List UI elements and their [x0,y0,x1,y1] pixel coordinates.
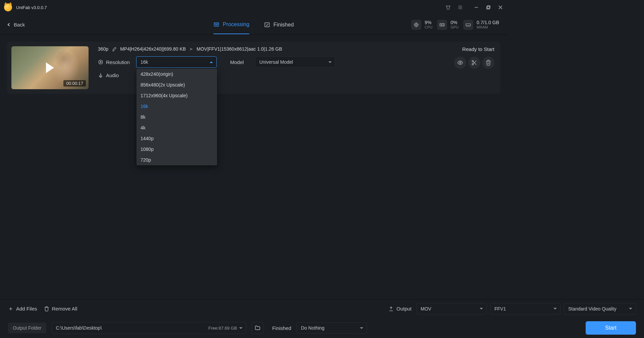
back-label: Back [14,22,25,27]
stat-cpu: 9%CPU [411,20,432,30]
resolution-option[interactable]: 16k [137,101,217,112]
svg-point-13 [416,24,417,25]
eye-icon [457,60,463,66]
svg-point-33 [472,60,474,62]
task-status: Ready to Start [462,46,494,52]
gpu-icon [439,22,445,28]
cpu-value: 9% [425,20,432,25]
play-icon[interactable] [46,62,54,73]
edit-icon[interactable] [112,47,117,52]
resolution-option[interactable]: 1080p [137,144,217,155]
chevron-left-icon [8,23,11,26]
mram-label: MRAM [477,25,499,30]
resolution-option[interactable]: 428x240(origin) [137,69,217,79]
tab-processing-label: Processing [223,21,249,27]
svg-rect-22 [466,24,471,26]
processing-icon [213,21,219,27]
resolution-option[interactable]: 1440p [137,133,217,144]
task-card: 00:00:17 360p MP4|H264|426x240||699.80 K… [7,42,500,94]
gpu-value: 0% [450,20,459,25]
arrow-right-icon: ➤ [189,46,193,52]
cpu-icon [413,22,419,28]
close-button[interactable] [498,5,503,10]
trim-button[interactable] [468,57,480,69]
trash-icon [485,60,491,66]
target-info: MOV|FFV1|15360x8612|aac 1.0|1.26 GB [197,46,282,52]
svg-rect-18 [440,23,444,26]
finished-icon [264,22,270,28]
back-button[interactable]: Back [8,22,25,27]
mram-value: 0.7/1.0 GB [477,20,499,25]
model-value: Universal Model [259,59,293,65]
resolution-option[interactable]: 8k [137,112,217,122]
stat-mram: 0.7/1.0 GBMRAM [463,20,499,30]
svg-point-28 [99,60,103,64]
source-badge: 360p [98,46,108,52]
resolution-icon [98,59,103,65]
shirt-icon[interactable] [445,5,451,10]
app-logo-icon [4,3,12,11]
menu-icon[interactable] [458,5,463,10]
resolution-option[interactable]: 856x480(2x Upscale) [137,79,217,90]
svg-point-19 [441,24,442,25]
source-info: MP4|H264|426x240||699.80 KB [120,46,186,52]
resolution-option[interactable]: 720p [137,155,217,165]
caret-down-icon [328,61,332,63]
resolution-dropdown: 428x240(origin)856x480(2x Upscale)1712x9… [137,69,217,165]
svg-rect-8 [214,22,219,26]
svg-point-32 [460,62,461,64]
navbar: Back Processing Finished 9%CPU 0%GPU 0.7… [0,15,507,35]
svg-point-34 [472,63,474,65]
resolution-option[interactable]: 4k [137,122,217,133]
tab-finished-label: Finished [273,22,293,28]
svg-rect-12 [415,23,418,26]
video-thumbnail[interactable]: 00:00:17 [11,46,89,89]
svg-rect-11 [265,23,270,27]
scissors-icon [471,60,477,66]
model-select[interactable]: Universal Model [255,56,335,68]
audio-icon [98,73,103,78]
titlebar: UniFab v3.0.0.7 [0,0,507,15]
mram-icon [465,22,471,28]
caret-up-icon [210,61,213,63]
resolution-value: 16k [141,59,148,65]
minimize-button[interactable] [474,5,479,10]
cpu-label: CPU [425,25,432,30]
resolution-option[interactable]: 1712x960(4x Upscale) [137,90,217,101]
preview-button[interactable] [454,57,466,69]
tab-processing[interactable]: Processing [213,15,249,34]
audio-label: Audio [106,72,119,78]
delete-button[interactable] [482,57,494,69]
gpu-label: GPU [450,25,459,30]
maximize-button[interactable] [486,5,491,10]
resolution-label: Resolution [106,59,130,65]
svg-marker-29 [100,61,102,63]
tab-finished[interactable]: Finished [264,15,293,34]
app-title: UniFab v3.0.0.7 [16,5,47,10]
stat-gpu: 0%GPU [437,20,459,30]
svg-rect-30 [100,75,101,76]
model-label: Model [230,59,250,65]
video-duration: 00:00:17 [63,80,86,87]
resolution-select[interactable]: 16k 428x240(origin)856x480(2x Upscale)17… [136,56,217,68]
